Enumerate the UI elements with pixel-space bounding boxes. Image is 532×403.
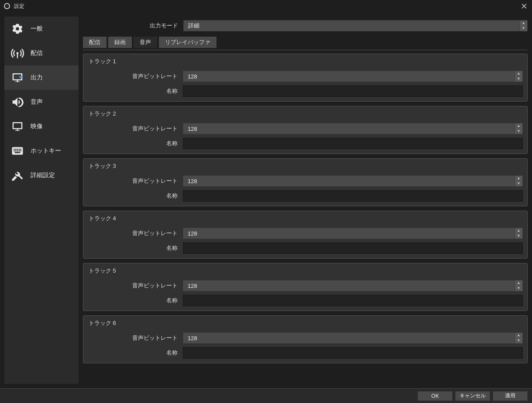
chevron-down-icon[interactable]: ▼ [520, 26, 527, 31]
chevron-down-icon[interactable]: ▼ [515, 76, 522, 82]
apply-button[interactable]: 適用 [493, 391, 528, 401]
sidebar-item-general[interactable]: 一般 [4, 17, 79, 41]
track-2-bitrate-select[interactable]: 128 [183, 123, 515, 134]
track-title: トラック 3 [88, 162, 523, 170]
name-label: 名称 [88, 297, 183, 304]
bitrate-label: 音声ビットレート [88, 229, 183, 237]
content-pane: 出力モード 詳細 ▲ ▼ 配信 録画 音声 リプレイバッファ トラック 1 音声… [83, 17, 528, 384]
chevron-down-icon[interactable]: ▼ [515, 233, 522, 239]
track-6-bitrate-spinner[interactable]: ▲▼ [515, 332, 523, 344]
track-1-name-input[interactable] [183, 85, 523, 97]
track-title: トラック 5 [88, 267, 523, 275]
sidebar-label: ホットキー [31, 147, 61, 155]
chevron-up-icon[interactable]: ▲ [515, 176, 522, 181]
track-2: トラック 2 音声ビットレート 128 ▲▼ 名称 [83, 106, 528, 154]
keyboard-icon [10, 144, 25, 157]
sidebar-label: 配信 [31, 49, 43, 57]
monitor-icon [10, 120, 25, 133]
sidebar-item-stream[interactable]: 配信 [4, 41, 79, 65]
track-4: トラック 4 音声ビットレート 128 ▲▼ 名称 [83, 211, 528, 259]
sidebar-item-advanced[interactable]: 詳細設定 [4, 163, 79, 188]
track-title: トラック 1 [88, 58, 523, 65]
output-mode-label: 出力モード [83, 22, 183, 30]
chevron-up-icon[interactable]: ▲ [515, 228, 522, 233]
track-4-bitrate-spinner[interactable]: ▲▼ [515, 228, 523, 239]
track-title: トラック 4 [88, 215, 523, 222]
track-6-name-input[interactable] [183, 347, 523, 359]
track-3-bitrate-select[interactable]: 128 [183, 175, 515, 187]
chevron-down-icon[interactable]: ▼ [515, 338, 522, 343]
track-1-bitrate-select[interactable]: 128 [183, 71, 515, 82]
output-mode-row: 出力モード 詳細 ▲ ▼ [83, 17, 528, 37]
track-1: トラック 1 音声ビットレート 128 ▲▼ 名称 [83, 54, 528, 102]
track-3: トラック 3 音声ビットレート 128 ▲▼ 名称 [83, 158, 528, 206]
track-3-bitrate-spinner[interactable]: ▲▼ [515, 175, 523, 187]
app-icon [3, 3, 10, 10]
gear-icon [10, 22, 25, 35]
track-4-name-input[interactable] [183, 242, 523, 254]
track-5: トラック 5 音声ビットレート 128 ▲▼ 名称 [83, 263, 528, 311]
sidebar-item-output[interactable]: 出力 [4, 65, 79, 90]
sidebar-item-audio[interactable]: 音声 [4, 90, 79, 114]
speaker-icon [10, 96, 25, 109]
close-button[interactable] [520, 2, 529, 10]
chevron-up-icon[interactable]: ▲ [515, 280, 522, 286]
track-title: トラック 6 [88, 319, 523, 327]
chevron-up-icon[interactable]: ▲ [515, 123, 522, 129]
track-6: トラック 6 音声ビットレート 128 ▲▼ 名称 [83, 315, 528, 363]
output-mode-select[interactable]: 詳細 [183, 20, 520, 31]
chevron-down-icon[interactable]: ▼ [515, 129, 522, 134]
chevron-up-icon[interactable]: ▲ [515, 333, 522, 338]
sidebar-label: 映像 [31, 123, 43, 130]
name-label: 名称 [88, 87, 183, 95]
tab-divider [83, 50, 528, 50]
output-mode-spinner[interactable]: ▲ ▼ [520, 20, 528, 31]
dialog-footer: OK キャンセル 適用 [0, 388, 532, 403]
track-4-bitrate-select[interactable]: 128 [183, 228, 515, 239]
track-1-bitrate-spinner[interactable]: ▲▼ [515, 71, 523, 82]
bitrate-label: 音声ビットレート [88, 125, 183, 133]
chevron-down-icon[interactable]: ▼ [515, 181, 522, 186]
output-mode-value: 詳細 [188, 22, 199, 30]
svg-point-1 [6, 5, 8, 7]
track-2-bitrate-spinner[interactable]: ▲▼ [515, 123, 523, 134]
name-label: 名称 [88, 349, 183, 357]
sidebar-label: 出力 [31, 74, 43, 82]
track-3-name-input[interactable] [183, 190, 523, 202]
bitrate-label: 音声ビットレート [88, 334, 183, 342]
tab-replay-buffer[interactable]: リプレイバッファ [159, 37, 216, 48]
track-6-bitrate-select[interactable]: 128 [183, 332, 515, 344]
sidebar-item-video[interactable]: 映像 [4, 114, 79, 139]
chevron-up-icon[interactable]: ▲ [515, 71, 522, 76]
track-5-bitrate-spinner[interactable]: ▲▼ [515, 280, 523, 291]
tab-recording[interactable]: 録画 [108, 37, 132, 48]
close-icon [522, 3, 527, 9]
tab-streaming[interactable]: 配信 [83, 37, 106, 48]
name-label: 名称 [88, 140, 183, 147]
sidebar-label: 音声 [31, 98, 43, 106]
bitrate-label: 音声ビットレート [88, 282, 183, 290]
track-2-name-input[interactable] [183, 138, 523, 149]
bitrate-label: 音声ビットレート [88, 177, 183, 185]
ok-button[interactable]: OK [418, 391, 453, 401]
track-5-name-input[interactable] [183, 295, 523, 306]
track-5-bitrate-select[interactable]: 128 [183, 280, 515, 291]
sidebar: 一般 配信 出力 音声 映像 [4, 17, 79, 384]
bitrate-label: 音声ビットレート [88, 72, 183, 80]
name-label: 名称 [88, 244, 183, 252]
cancel-button[interactable]: キャンセル [455, 391, 490, 401]
name-label: 名称 [88, 192, 183, 200]
titlebar: 設定 [0, 0, 532, 12]
tab-audio[interactable]: 音声 [134, 37, 157, 48]
output-icon [10, 71, 25, 84]
track-title: トラック 2 [88, 110, 523, 118]
broadcast-icon [10, 47, 25, 60]
output-tabs: 配信 録画 音声 リプレイバッファ [83, 37, 528, 50]
window-title: 設定 [14, 3, 520, 10]
chevron-down-icon[interactable]: ▼ [515, 286, 522, 291]
tracks-scroll[interactable]: トラック 1 音声ビットレート 128 ▲▼ 名称 トラック 2 音声ビットレー… [83, 54, 528, 384]
sidebar-label: 一般 [31, 25, 43, 33]
sidebar-item-hotkeys[interactable]: ホットキー [4, 139, 79, 163]
sidebar-label: 詳細設定 [31, 171, 55, 179]
chevron-up-icon[interactable]: ▲ [520, 20, 527, 26]
